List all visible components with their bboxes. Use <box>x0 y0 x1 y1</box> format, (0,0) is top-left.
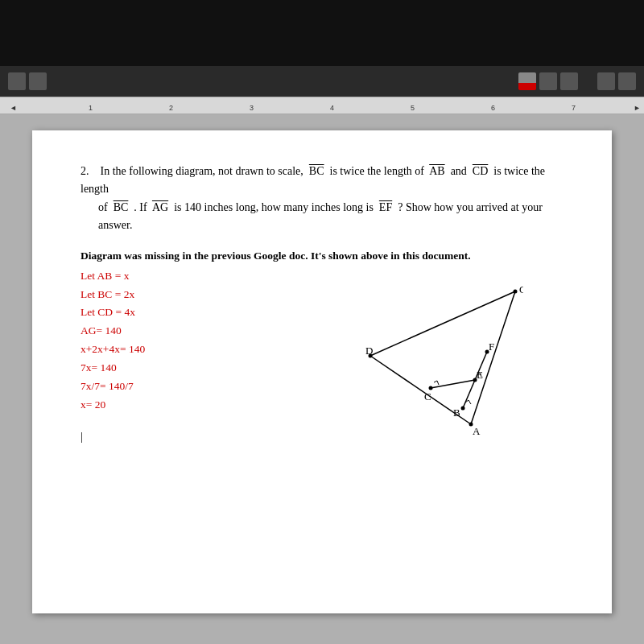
ruler-left-arrow: ◄ <box>10 104 17 112</box>
svg-point-5 <box>514 289 518 293</box>
ruler-mark-1: 1 <box>89 104 93 112</box>
q-bc2: BC <box>114 201 129 213</box>
q-text1: In the following diagram, not drawn to s… <box>101 165 303 177</box>
q-text2: is twice the length of <box>330 165 424 177</box>
sol-line-5: x+2x+4x= 140 <box>80 341 290 359</box>
ruler-mark-6: 6 <box>491 104 495 112</box>
q-ag: AG <box>152 201 168 213</box>
q-l2-text: is 140 inches long, how many inches long… <box>174 201 374 213</box>
svg-text:D: D <box>365 345 373 357</box>
solution-block: Let AB = x Let BC = 2x Let CD = 4x AG= 1… <box>80 267 290 415</box>
sol-line-7: 7x/7= 140/7 <box>80 378 290 396</box>
ruler: ◄ 1 2 3 4 5 6 7 ► <box>0 97 644 114</box>
toolbar-icon-2 <box>29 72 47 90</box>
toolbar-icon-1 <box>8 72 26 90</box>
sol-line-2: Let BC = 2x <box>80 286 290 304</box>
sol-line-1: Let AB = x <box>80 267 290 286</box>
ruler-mark-3: 3 <box>250 104 254 112</box>
svg-text:A: A <box>473 425 481 436</box>
top-black-bar <box>0 0 644 97</box>
q-ab: AB <box>429 165 444 177</box>
diagram-right: G F E D C B A <box>306 267 564 436</box>
q-bc: BC <box>309 165 324 177</box>
q-ef: EF <box>379 201 392 213</box>
q-l2-if: . If <box>134 201 147 213</box>
svg-text:B: B <box>453 407 460 419</box>
document-area: 2. In the following diagram, not drawn t… <box>0 114 644 644</box>
content-row: Let AB = x Let BC = 2x Let CD = 4x AG= 1… <box>80 267 564 444</box>
svg-point-9 <box>429 386 433 390</box>
q-number: 2. <box>80 165 89 177</box>
toolbar-icon-6 <box>597 72 615 90</box>
toolbar-icon-3 <box>518 72 536 90</box>
toolbar-icon-5 <box>560 72 578 90</box>
q-text3: and <box>451 165 467 177</box>
question-line2: of BC . If AG is 140 inches long, how ma… <box>98 199 564 235</box>
geometry-diagram: G F E D C B A <box>346 275 523 436</box>
question-number: 2. In the following diagram, not drawn t… <box>80 165 545 195</box>
svg-text:G: G <box>519 283 523 295</box>
sol-line-4: AG= 140 <box>80 322 290 341</box>
toolbar-icon-4 <box>539 72 557 90</box>
svg-point-10 <box>461 406 465 410</box>
document-page: 2. In the following diagram, not drawn t… <box>32 130 612 613</box>
ruler-inner: ◄ 1 2 3 4 5 6 7 ► <box>0 97 644 114</box>
q-cd: CD <box>473 165 488 177</box>
sol-line-8: x= 20 <box>80 396 290 415</box>
sol-line-3: Let CD = 4x <box>80 303 290 322</box>
toolbar <box>0 66 644 97</box>
question-block: 2. In the following diagram, not drawn t… <box>80 163 564 235</box>
cursor: | <box>80 431 83 443</box>
q-l2-of: of <box>98 201 108 213</box>
diagram-note: Diagram was missing in the previous Goog… <box>80 250 564 262</box>
svg-text:E: E <box>477 369 483 381</box>
ruler-mark-7: 7 <box>572 104 576 112</box>
svg-text:F: F <box>489 341 494 353</box>
toolbar-icon-7 <box>618 72 636 90</box>
svg-line-1 <box>471 291 515 424</box>
svg-text:C: C <box>424 390 431 402</box>
sol-line-6: 7x= 140 <box>80 359 290 378</box>
ruler-mark-2: 2 <box>169 104 173 112</box>
ruler-mark-4: 4 <box>330 104 334 112</box>
ruler-right-arrow: ► <box>634 104 641 112</box>
solution-left: Let AB = x Let BC = 2x Let CD = 4x AG= 1… <box>80 267 290 444</box>
ruler-mark-5: 5 <box>411 104 415 112</box>
